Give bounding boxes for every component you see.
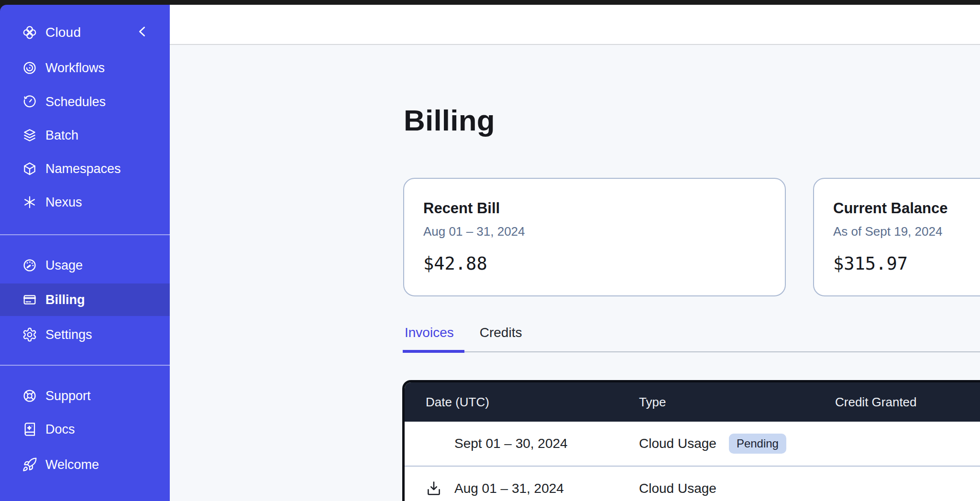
sidebar-item-label: Usage bbox=[45, 258, 83, 273]
docs-book-icon bbox=[22, 422, 37, 437]
usage-gauge-icon bbox=[22, 258, 37, 273]
sidebar-item-nexus[interactable]: Nexus bbox=[0, 186, 170, 218]
tab-credits[interactable]: Credits bbox=[479, 325, 523, 340]
table-header-row: Date (UTC) Type Credit Granted bbox=[405, 382, 980, 422]
column-header-date: Date (UTC) bbox=[405, 395, 639, 410]
welcome-rocket-icon bbox=[22, 457, 37, 472]
sidebar-item-namespaces[interactable]: Namespaces bbox=[0, 152, 170, 185]
sidebar-item-usage[interactable]: Usage bbox=[0, 249, 170, 282]
billing-page: Billing Recent Bill Aug 01 – 31, 2024 $4… bbox=[170, 45, 980, 501]
sidebar-item-label: Schedules bbox=[45, 95, 106, 109]
invoices-table: Date (UTC) Type Credit Granted Sept 01 –… bbox=[402, 380, 980, 501]
sidebar-item-label: Welcome bbox=[45, 457, 99, 472]
invoice-type-cell: Cloud Usage bbox=[639, 481, 835, 496]
invoices-table-inner: Date (UTC) Type Credit Granted Sept 01 –… bbox=[405, 382, 980, 501]
nexus-asterisk-icon bbox=[22, 195, 37, 210]
tabs-baseline bbox=[404, 351, 980, 352]
sidebar-item-label: Workflows bbox=[45, 61, 105, 76]
card-title: Current Balance bbox=[833, 200, 980, 217]
temporal-cloud-logo-icon bbox=[22, 25, 37, 40]
invoice-date-cell: Aug 01 – 31, 2024 bbox=[405, 480, 639, 497]
download-icon[interactable] bbox=[426, 480, 442, 497]
sidebar: Cloud Workflows Schedules Batch Namespac… bbox=[0, 5, 170, 501]
sidebar-divider bbox=[0, 234, 170, 235]
namespaces-cube-icon bbox=[22, 161, 37, 176]
sidebar-item-label: Namespaces bbox=[45, 162, 121, 176]
brand-label: Cloud bbox=[45, 25, 81, 40]
billing-tabs: Invoices Credits bbox=[404, 325, 523, 340]
support-lifebuoy-icon bbox=[22, 388, 37, 403]
sidebar-item-welcome[interactable]: Welcome bbox=[0, 448, 170, 481]
sidebar-divider bbox=[0, 365, 170, 366]
card-amount: $42.88 bbox=[423, 253, 766, 274]
sidebar-item-workflows[interactable]: Workflows bbox=[0, 52, 170, 84]
sidebar-item-schedules[interactable]: Schedules bbox=[0, 86, 170, 118]
page-title: Billing bbox=[404, 103, 495, 138]
card-title: Recent Bill bbox=[423, 200, 766, 217]
invoice-date-cell: Sept 01 – 30, 2024 bbox=[405, 436, 639, 452]
schedules-clock-icon bbox=[22, 94, 37, 109]
column-header-type: Type bbox=[639, 395, 835, 410]
sidebar-item-docs[interactable]: Docs bbox=[0, 413, 170, 446]
sidebar-item-label: Docs bbox=[45, 422, 75, 437]
table-row[interactable]: Sept 01 – 30, 2024 Cloud Usage Pending bbox=[405, 422, 980, 466]
table-row[interactable]: Aug 01 – 31, 2024 Cloud Usage bbox=[405, 466, 980, 501]
card-date-range: Aug 01 – 31, 2024 bbox=[423, 224, 766, 239]
download-placeholder bbox=[426, 436, 442, 452]
sidebar-item-billing[interactable]: Billing bbox=[0, 283, 170, 316]
sidebar-item-support[interactable]: Support bbox=[0, 380, 170, 412]
invoice-type-cell: Cloud Usage Pending bbox=[639, 434, 835, 454]
batch-layers-icon bbox=[22, 128, 37, 143]
settings-gear-icon bbox=[22, 327, 37, 342]
status-badge: Pending bbox=[729, 434, 786, 454]
sidebar-item-label: Settings bbox=[45, 327, 92, 342]
column-header-credit-granted: Credit Granted bbox=[835, 395, 980, 410]
invoice-date: Aug 01 – 31, 2024 bbox=[454, 481, 564, 496]
tab-invoices[interactable]: Invoices bbox=[404, 325, 455, 340]
sidebar-collapse-button[interactable] bbox=[134, 24, 150, 39]
sidebar-item-label: Batch bbox=[45, 128, 78, 143]
sidebar-item-label: Nexus bbox=[45, 195, 82, 210]
sidebar-item-label: Billing bbox=[45, 293, 85, 307]
recent-bill-card: Recent Bill Aug 01 – 31, 2024 $42.88 bbox=[403, 178, 786, 296]
sidebar-item-settings[interactable]: Settings bbox=[0, 318, 170, 351]
billing-card-icon bbox=[22, 292, 37, 307]
window-top-edge bbox=[0, 0, 980, 5]
invoice-type: Cloud Usage bbox=[639, 481, 716, 496]
invoice-date: Sept 01 – 30, 2024 bbox=[454, 436, 568, 451]
current-balance-card: Current Balance As of Sept 19, 2024 $315… bbox=[813, 178, 980, 296]
top-bar bbox=[170, 5, 980, 45]
sidebar-item-label: Support bbox=[45, 389, 91, 403]
sidebar-item-batch[interactable]: Batch bbox=[0, 119, 170, 152]
workflows-spiral-icon bbox=[22, 60, 37, 76]
active-tab-indicator bbox=[403, 350, 464, 353]
card-amount: $315.97 bbox=[833, 253, 980, 274]
card-date-range: As of Sept 19, 2024 bbox=[833, 224, 980, 239]
invoice-type: Cloud Usage bbox=[639, 436, 716, 451]
